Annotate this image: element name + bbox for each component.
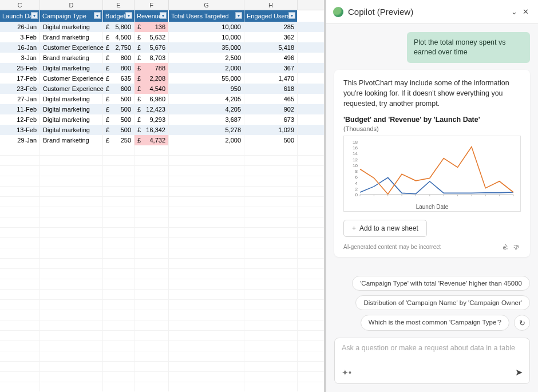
cell-revenue[interactable]: £5,676 [134, 42, 169, 53]
column-letter[interactable]: D [40, 0, 103, 10]
cell-campaign-type[interactable]: Brand marketing [40, 53, 103, 63]
cell-campaign-type[interactable]: Customer Experience [40, 73, 103, 84]
cell-campaign-type[interactable]: Digital marketing [40, 114, 103, 125]
cell-budget[interactable]: £800 [103, 63, 134, 73]
cell-launch-date[interactable]: 13-Feb [0, 125, 40, 135]
cell-users-targeted[interactable]: 55,000 [169, 73, 244, 84]
filter-dropdown-icon[interactable]: ▾ [288, 12, 295, 19]
cell-users-targeted[interactable]: 4,205 [169, 94, 244, 104]
filter-dropdown-icon[interactable]: ▾ [160, 12, 167, 19]
cell-engaged-users[interactable]: 285 [244, 22, 298, 32]
cell-revenue[interactable]: £9,293 [134, 114, 169, 125]
cell-budget[interactable]: £5,800 [103, 22, 134, 32]
cell-users-targeted[interactable]: 10,000 [169, 32, 244, 42]
filter-dropdown-icon[interactable]: ▾ [94, 12, 101, 19]
cell-revenue[interactable]: £4,732 [134, 135, 169, 145]
column-header[interactable]: Campaign Type▾ [40, 10, 103, 22]
empty-grid[interactable] [0, 145, 324, 391]
cell-launch-date[interactable]: 17-Feb [0, 73, 40, 84]
cell-budget[interactable]: £500 [103, 125, 134, 135]
filter-dropdown-icon[interactable]: ▾ [235, 12, 242, 19]
cell-budget[interactable]: £500 [103, 104, 134, 114]
cell-engaged-users[interactable]: 500 [244, 135, 298, 145]
cell-budget[interactable]: £800 [103, 53, 134, 63]
prompt-input[interactable] [342, 344, 523, 366]
column-letter[interactable]: C [0, 0, 40, 10]
cell-users-targeted[interactable]: 2,500 [169, 53, 244, 63]
cell-users-targeted[interactable]: 950 [169, 84, 244, 94]
table-row[interactable]: 17-FebCustomer Experience£635£2,20855,00… [0, 73, 324, 84]
cell-budget[interactable]: £4,500 [103, 32, 134, 42]
cell-campaign-type[interactable]: Digital marketing [40, 125, 103, 135]
column-header[interactable]: Budget▾ [103, 10, 134, 22]
cell-users-targeted[interactable]: 3,687 [169, 114, 244, 125]
cell-campaign-type[interactable]: Digital marketing [40, 63, 103, 73]
column-letter[interactable]: H [244, 0, 298, 10]
cell-budget[interactable]: £250 [103, 135, 134, 145]
cell-users-targeted[interactable]: 2,000 [169, 135, 244, 145]
cell-revenue[interactable]: £4,540 [134, 84, 169, 94]
cell-revenue[interactable]: £136 [134, 22, 169, 32]
suggestion-chip[interactable]: Distribution of 'Campaign Name' by 'Camp… [355, 295, 530, 310]
cell-engaged-users[interactable]: 465 [244, 94, 298, 104]
cell-launch-date[interactable]: 26-Jan [0, 22, 40, 32]
table-row[interactable]: 12-FebDigital marketing£500£9,2933,68767… [0, 114, 324, 125]
thumbs-down-icon[interactable]: 👎︎ [511, 243, 521, 251]
suggestion-chip[interactable]: 'Campaign Type' with total 'Revenue' hig… [352, 276, 530, 291]
cell-launch-date[interactable]: 3-Jan [0, 53, 40, 63]
table-row[interactable]: 27-JanDigital marketing£500£6,9804,20546… [0, 94, 324, 104]
cell-users-targeted[interactable]: 4,205 [169, 104, 244, 114]
cell-launch-date[interactable]: 12-Feb [0, 114, 40, 125]
table-row[interactable]: 3-JanBrand marketing£800£8,7032,500496 [0, 53, 324, 63]
column-header[interactable]: Total Users Targeted▾ [169, 10, 244, 22]
cell-campaign-type[interactable]: Customer Experience [40, 84, 103, 94]
cell-revenue[interactable]: £6,980 [134, 94, 169, 104]
prompt-input-area[interactable]: ✦• ➤ [334, 338, 530, 384]
cell-engaged-users[interactable]: 5,418 [244, 42, 298, 53]
send-icon[interactable]: ➤ [515, 367, 523, 378]
cell-budget[interactable]: £600 [103, 84, 134, 94]
table-row[interactable]: 16-JanCustomer Experience£2,750£5,67635,… [0, 42, 324, 53]
cell-engaged-users[interactable]: 362 [244, 32, 298, 42]
column-letter[interactable]: F [134, 0, 169, 10]
cell-engaged-users[interactable]: 673 [244, 114, 298, 125]
cell-revenue[interactable]: £12,423 [134, 104, 169, 114]
cell-users-targeted[interactable]: 2,000 [169, 63, 244, 73]
cell-engaged-users[interactable]: 367 [244, 63, 298, 73]
column-header[interactable]: Revenue▾ [134, 10, 169, 22]
cell-engaged-users[interactable]: 496 [244, 53, 298, 63]
cell-launch-date[interactable]: 16-Jan [0, 42, 40, 53]
cell-engaged-users[interactable]: 1,470 [244, 73, 298, 84]
cell-launch-date[interactable]: 27-Jan [0, 94, 40, 104]
column-letter[interactable]: E [103, 0, 134, 10]
cell-campaign-type[interactable]: Digital marketing [40, 104, 103, 114]
cell-launch-date[interactable]: 29-Jan [0, 135, 40, 145]
cell-engaged-users[interactable]: 1,029 [244, 125, 298, 135]
refresh-suggestions-icon[interactable]: ↻ [514, 315, 530, 331]
cell-revenue[interactable]: £788 [134, 63, 169, 73]
cell-launch-date[interactable]: 23-Feb [0, 84, 40, 94]
table-row[interactable]: 3-FebBrand marketing£4,500£5,63210,00036… [0, 32, 324, 42]
filter-dropdown-icon[interactable]: ▾ [125, 12, 132, 19]
column-header[interactable]: Launch Date▾ [0, 10, 40, 22]
cell-revenue[interactable]: £5,632 [134, 32, 169, 42]
cell-budget[interactable]: £500 [103, 94, 134, 104]
column-letter[interactable]: G [169, 0, 244, 10]
cell-users-targeted[interactable]: 35,000 [169, 42, 244, 53]
table-row[interactable]: 23-FebCustomer Experience£600£4,54095061… [0, 84, 324, 94]
cell-users-targeted[interactable]: 5,278 [169, 125, 244, 135]
cell-engaged-users[interactable]: 902 [244, 104, 298, 114]
table-row[interactable]: 11-FebDigital marketing£500£12,4234,2059… [0, 104, 324, 114]
cell-users-targeted[interactable]: 10,000 [169, 22, 244, 32]
cell-campaign-type[interactable]: Brand marketing [40, 135, 103, 145]
cell-campaign-type[interactable]: Customer Experience [40, 42, 103, 53]
cell-revenue[interactable]: £8,703 [134, 53, 169, 63]
filter-dropdown-icon[interactable]: ▾ [31, 12, 38, 19]
cell-revenue[interactable]: £16,342 [134, 125, 169, 135]
cell-launch-date[interactable]: 25-Feb [0, 63, 40, 73]
close-icon[interactable]: ✕ [520, 7, 531, 16]
cell-budget[interactable]: £500 [103, 114, 134, 125]
thumbs-up-icon[interactable]: 👍︎ [500, 243, 511, 251]
cell-revenue[interactable]: £2,208 [134, 73, 169, 84]
cell-campaign-type[interactable]: Digital marketing [40, 22, 103, 32]
